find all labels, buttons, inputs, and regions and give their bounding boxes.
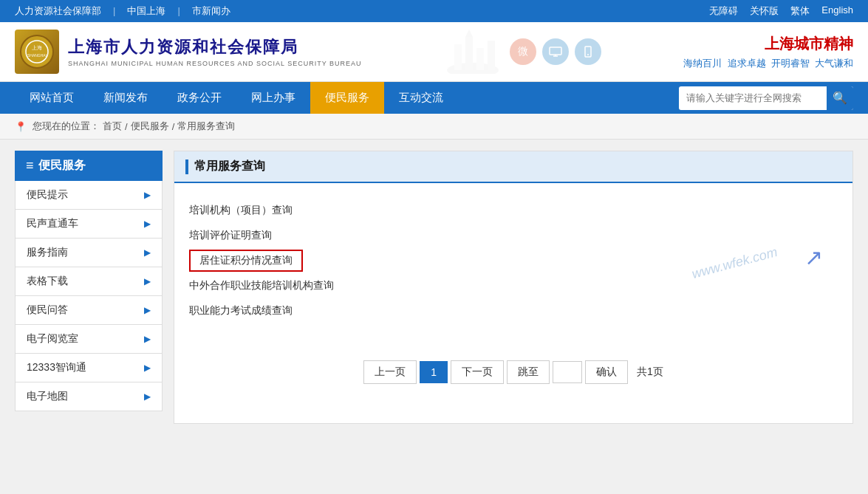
content-header: 常用服务查询: [174, 151, 852, 183]
logo-icon: 上海 SHANGHAI: [15, 30, 59, 74]
svg-text:上海: 上海: [32, 45, 42, 50]
sidebar-item-ditu[interactable]: 电子地图 ▶: [15, 382, 163, 411]
arrow-icon-0: ▶: [144, 190, 151, 200]
weibo-icon[interactable]: 微: [510, 38, 536, 65]
arrow-icon-6: ▶: [144, 363, 151, 373]
current-page-button[interactable]: 1: [420, 361, 448, 383]
service-link-4[interactable]: 职业能力考试成绩查询: [189, 298, 838, 323]
sidebar-title-text: 便民服务: [38, 158, 86, 174]
topbar-item-hrss[interactable]: 人力资源社会保障部: [15, 4, 101, 18]
topbar-item-xinwen[interactable]: 市新闻办: [177, 4, 230, 18]
topbar-item-shanghai[interactable]: 中国上海: [113, 4, 165, 18]
service-link-0[interactable]: 培训机构（项目）查询: [189, 198, 838, 223]
nav-news[interactable]: 新闻发布: [89, 82, 163, 114]
nav-search[interactable]: 🔍: [679, 86, 853, 110]
service-link-2[interactable]: 居住证积分情况查询: [189, 250, 303, 272]
monitor-icon[interactable]: [542, 38, 569, 65]
topbar-guanhuaban[interactable]: 关怀版: [750, 4, 779, 18]
service-link-3[interactable]: 中外合作职业技能培训机构查询: [189, 273, 838, 298]
svg-point-14: [587, 54, 589, 55]
breadcrumb-home[interactable]: 首页: [103, 120, 122, 133]
nav-bar: 网站首页 新闻发布 政务公开 网上办事 便民服务 互动交流 🔍: [0, 82, 868, 114]
spirit-title: 上海城市精神: [683, 34, 853, 54]
nav-interact[interactable]: 互动交流: [384, 82, 458, 114]
svg-rect-10: [550, 47, 561, 55]
arrow-icon-1: ▶: [144, 219, 151, 229]
sidebar-item-12333[interactable]: 12333智询通 ▶: [15, 354, 163, 382]
svg-marker-9: [465, 30, 473, 37]
header-bar-decoration: [185, 159, 188, 174]
top-bar: 人力资源社会保障部 中国上海 市新闻办 无障碍 关怀版 繁体 English: [0, 0, 868, 22]
sidebar-item-yulanshi[interactable]: 电子阅览室 ▶: [15, 325, 163, 354]
arrow-icon-4: ▶: [144, 305, 151, 315]
pagination: 上一页 1 下一页 跳至 确认 共1页: [189, 346, 838, 399]
sidebar-title: ≡ 便民服务: [15, 151, 163, 181]
breadcrumb: 📍 您现在的位置： 首页 / 便民服务 / 常用服务查询: [0, 114, 868, 140]
content-title: 常用服务查询: [194, 159, 265, 174]
search-input[interactable]: [679, 92, 827, 103]
sidebar-item-bianmin-tishi[interactable]: 便民提示 ▶: [15, 181, 163, 210]
logo-subtitle: SHANGHAI MUNICIPAL HUMAN RESOURCES AND S…: [68, 60, 362, 67]
breadcrumb-current: 常用服务查询: [177, 120, 235, 133]
social-icons: 微: [510, 38, 601, 65]
header-right: 上海城市精神 海纳百川 追求卓越 开明睿智 大气谦和: [683, 34, 853, 70]
sidebar-item-minsheng[interactable]: 民声直通车 ▶: [15, 210, 163, 239]
topbar-fanti[interactable]: 繁体: [790, 4, 810, 18]
spirit-subtitle: 海纳百川 追求卓越 开明睿智 大气谦和: [683, 57, 853, 70]
arrow-icon-2: ▶: [144, 247, 151, 258]
top-bar-right: 无障碍 关怀版 繁体 English: [709, 4, 853, 18]
sidebar-item-wenda[interactable]: 便民问答 ▶: [15, 296, 163, 325]
svg-rect-7: [476, 48, 484, 70]
svg-rect-6: [465, 37, 473, 70]
page-total: 共1页: [637, 366, 663, 379]
logo-title: 上海市人力资源和社会保障局: [68, 36, 362, 58]
svg-text:SHANGHAI: SHANGHAI: [27, 53, 47, 58]
arrow-icon-5: ▶: [144, 334, 151, 344]
confirm-button[interactable]: 确认: [585, 360, 628, 384]
sidebar-item-fuwu-zhinan[interactable]: 服务指南 ▶: [15, 239, 163, 267]
svg-rect-5: [454, 44, 462, 70]
nav-home[interactable]: 网站首页: [15, 82, 89, 114]
mobile-icon[interactable]: [575, 38, 601, 65]
breadcrumb-service[interactable]: 便民服务: [131, 120, 169, 133]
nav-service[interactable]: 便民服务: [310, 82, 384, 114]
service-link-1[interactable]: 培训评价证明查询: [189, 223, 838, 248]
header: 上海 SHANGHAI 上海市人力资源和社会保障局 SHANGHAI MUNIC…: [0, 22, 868, 82]
header-center: 微: [443, 30, 601, 74]
main-content: ≡ 便民服务 便民提示 ▶ 民声直通车 ▶ 服务指南 ▶ 表格下载 ▶ 便民问答…: [0, 140, 868, 435]
next-page-button[interactable]: 下一页: [451, 360, 504, 384]
sidebar: ≡ 便民服务 便民提示 ▶ 民声直通车 ▶ 服务指南 ▶ 表格下载 ▶ 便民问答…: [15, 151, 163, 424]
location-icon: 📍: [15, 121, 27, 132]
page-jump-input[interactable]: [553, 361, 582, 383]
arrow-icon-3: ▶: [144, 276, 151, 287]
breadcrumb-location-label: 您现在的位置：: [33, 120, 100, 133]
top-bar-left: 人力资源社会保障部 中国上海 市新闻办: [15, 4, 230, 18]
search-button[interactable]: 🔍: [827, 86, 853, 110]
menu-icon: ≡: [26, 158, 34, 174]
arrow-decoration: ↗: [804, 244, 823, 270]
content-area: 常用服务查询 培训机构（项目）查询 培训评价证明查询 居住证积分情况查询 www…: [174, 151, 853, 424]
sidebar-item-biaoge[interactable]: 表格下载 ▶: [15, 267, 163, 296]
content-body: 培训机构（项目）查询 培训评价证明查询 居住证积分情况查询 www.wfek.c…: [174, 183, 852, 414]
nav-gov[interactable]: 政务公开: [163, 82, 236, 114]
watermark-area: 培训机构（项目）查询 培训评价证明查询 居住证积分情况查询 www.wfek.c…: [189, 198, 838, 331]
topbar-wuzhangai[interactable]: 无障碍: [709, 4, 738, 18]
jump-to-button[interactable]: 跳至: [507, 360, 550, 384]
logo-area: 上海 SHANGHAI 上海市人力资源和社会保障局 SHANGHAI MUNIC…: [15, 30, 362, 74]
arrow-icon-7: ▶: [144, 391, 151, 402]
nav-online[interactable]: 网上办事: [236, 82, 310, 114]
svg-rect-8: [488, 41, 495, 70]
prev-page-button[interactable]: 上一页: [363, 360, 417, 384]
logo-text: 上海市人力资源和社会保障局 SHANGHAI MUNICIPAL HUMAN R…: [68, 36, 362, 67]
topbar-english[interactable]: English: [821, 4, 853, 18]
